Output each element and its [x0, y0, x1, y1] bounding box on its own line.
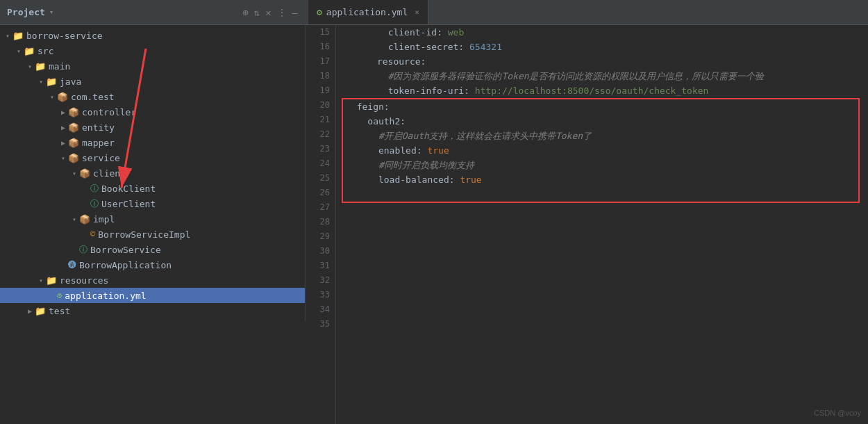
editor-area[interactable]: 1516171819202122232425262728293031323334…	[306, 25, 868, 424]
line-number-20: 20	[308, 98, 330, 113]
arrow-client: ▾	[69, 170, 79, 177]
line-number-18: 18	[308, 69, 330, 83]
code-line-24: #同时开启负载均衡支持	[346, 158, 856, 172]
package-icon-com-test: 📦	[57, 92, 68, 102]
code-line-33	[344, 291, 860, 305]
tree-item-application-yml[interactable]: ⚙ application.yml	[0, 288, 305, 303]
line-number-25: 25	[308, 171, 330, 186]
package-icon-mapper: 📦	[68, 138, 79, 148]
label-application-yml: application.yml	[65, 291, 146, 301]
label-java: java	[60, 76, 81, 87]
arrow-test: ▶	[25, 307, 35, 315]
arrow-src: ▾	[14, 47, 24, 55]
tree-item-borrow-service-impl[interactable]: © BorrowServiceImpl	[0, 227, 305, 242]
arrow-resources: ▾	[36, 277, 46, 284]
add-icon[interactable]: ⊕	[242, 7, 248, 18]
label-com-test: com.test	[71, 92, 115, 102]
arrow-main: ▾	[25, 63, 35, 70]
code-line-20: feign:	[346, 99, 856, 114]
label-entity: entity	[82, 122, 115, 133]
line-number-24: 24	[308, 156, 330, 171]
code-line-35	[344, 320, 860, 334]
line-number-16: 16	[308, 40, 330, 54]
arrow-service: ▾	[58, 154, 68, 162]
code-line-17: resource:	[344, 54, 860, 69]
package-icon-service: 📦	[68, 153, 79, 163]
label-src: src	[37, 46, 53, 56]
panel-title: Project ▾	[7, 7, 53, 17]
arrow-borrow-service: ▾	[3, 32, 12, 40]
editor-content: 1516171819202122232425262728293031323334…	[306, 25, 868, 424]
label-service: service	[82, 153, 120, 163]
arrow-mapper: ▶	[58, 139, 68, 147]
label-controller: controller	[82, 107, 136, 117]
class-icon-borrow-service-impl: ©	[90, 229, 95, 239]
tab-application-yml[interactable]: ⚙ application.yml ✕	[308, 0, 428, 24]
panel-icons: ⊕ ⇅ ✕ ⋮ —	[242, 7, 298, 18]
highlighted-region: feign: oauth2: #开启Oauth支持，这样就会在请求头中携带Tok…	[342, 98, 860, 203]
app-icon-borrow-application: 🅐	[68, 260, 76, 270]
package-icon-controller: 📦	[68, 107, 79, 117]
tree-item-src[interactable]: ▾ 📁 src	[0, 43, 305, 58]
folder-icon-src: 📁	[24, 46, 35, 56]
tree-item-client[interactable]: ▾ 📦 client	[0, 165, 305, 181]
panel-header: Project ▾ ⊕ ⇅ ✕ ⋮ —	[0, 0, 305, 25]
label-main: main	[49, 61, 70, 72]
line-number-27: 27	[308, 200, 330, 215]
folder-icon-borrow-service: 📁	[12, 31, 24, 41]
tree-item-main[interactable]: ▾ 📁 main	[0, 58, 305, 74]
code-line-23: enabled: true	[346, 143, 856, 158]
arrow-entity: ▶	[58, 124, 68, 131]
code-line-18: #因为资源服务器得验证你的Token是否有访问此资源的权限以及用户信息，所以只需…	[344, 69, 860, 83]
tree-item-user-client[interactable]: Ⓘ UserClient	[0, 196, 305, 211]
folder-icon-main: 📁	[35, 61, 46, 72]
interface-icon-borrow-service: Ⓘ	[79, 244, 87, 256]
line-number-32: 32	[308, 273, 330, 288]
tree-item-borrow-application[interactable]: 🅐 BorrowApplication	[0, 257, 305, 272]
tree-container: ▾ 📁 borrow-service ▾ 📁 src ▾ 📁 main	[0, 25, 305, 321]
code-line-34	[344, 305, 860, 320]
package-icon-entity: 📦	[68, 122, 79, 133]
line-number-21: 21	[308, 113, 330, 127]
tree-item-borrow-service[interactable]: ▾ 📁 borrow-service	[0, 28, 305, 43]
tree-item-com-test[interactable]: ▾ 📦 com.test	[0, 89, 305, 104]
label-client: client	[93, 168, 126, 179]
code-line-21: oauth2:	[346, 114, 856, 129]
panel-dropdown-icon[interactable]: ▾	[49, 8, 54, 17]
tree-item-book-client[interactable]: Ⓘ BookClient	[0, 181, 305, 196]
right-panel: ⚙ application.yml ✕ 15161718192021222324…	[306, 0, 868, 424]
tree-item-test[interactable]: ▶ 📁 test	[0, 303, 305, 318]
label-book-client: BookClient	[101, 184, 156, 194]
minimize-icon[interactable]: —	[292, 7, 298, 18]
tab-close-button[interactable]: ✕	[415, 8, 419, 17]
more-icon[interactable]: ⋮	[277, 7, 287, 18]
tree-item-service[interactable]: ▾ 📦 service	[0, 150, 305, 165]
line-number-28: 28	[308, 215, 330, 229]
close-icon[interactable]: ✕	[265, 7, 271, 18]
code-line-15: client-id: web	[344, 25, 860, 40]
tab-label: application.yml	[326, 7, 408, 17]
tree-item-resources[interactable]: ▾ 📁 resources	[0, 272, 305, 288]
code-line-28	[344, 218, 860, 232]
tree-item-java[interactable]: ▾ 📁 java	[0, 74, 305, 89]
sort-icon[interactable]: ⇅	[254, 7, 260, 18]
code-line-29	[344, 232, 860, 247]
label-resources: resources	[60, 275, 108, 286]
line-number-19: 19	[308, 83, 330, 98]
line-number-31: 31	[308, 259, 330, 273]
arrow-impl: ▾	[69, 215, 79, 223]
tree-item-borrow-service-class[interactable]: Ⓘ BorrowService	[0, 242, 305, 257]
interface-icon-user-client: Ⓘ	[90, 198, 99, 210]
code-lines[interactable]: client-id: web client-secret: 654321 res…	[336, 25, 868, 424]
code-line-22: #开启Oauth支持，这样就会在请求头中携带Token了	[346, 129, 856, 143]
label-borrow-service: borrow-service	[26, 31, 103, 41]
tree-item-entity[interactable]: ▶ 📦 entity	[0, 120, 305, 135]
label-mapper: mapper	[82, 138, 115, 148]
label-user-client: UserClient	[101, 199, 156, 209]
label-borrow-service-class: BorrowService	[90, 245, 161, 255]
tree-item-controller[interactable]: ▶ 📦 controller	[0, 104, 305, 120]
tree-item-impl[interactable]: ▾ 📦 impl	[0, 211, 305, 227]
code-line-32	[344, 276, 860, 291]
tree-item-mapper[interactable]: ▶ 📦 mapper	[0, 135, 305, 150]
left-panel-wrapper: Project ▾ ⊕ ⇅ ✕ ⋮ — ▾ 📁 borrow-service	[0, 0, 306, 424]
